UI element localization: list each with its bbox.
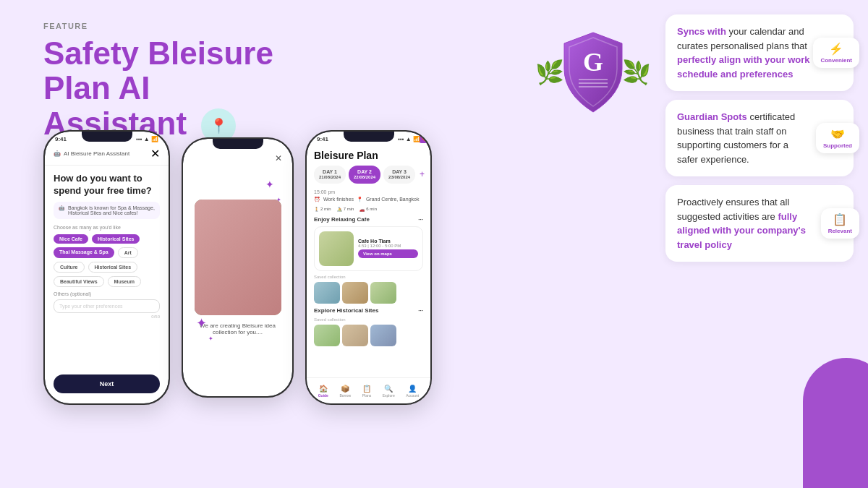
bike-time: 7 min [344,207,354,211]
day-2-btn[interactable]: DAY 2 22/08/2024 [349,166,380,184]
saved-img-3 [370,282,396,304]
phone-1-next-button[interactable]: Next [54,374,160,393]
nav-borrow-icon: 📦 [341,385,349,393]
hist-img-2 [342,325,368,346]
info-card-2-text: Guardian Spots certificated business tha… [677,110,810,166]
cafe-card: 🔖 Cafe Ho Tiam 4.53 | 12:00 - 5:00 PM Vi… [314,226,423,271]
phone-1-question: How do you want to spend your free time? [54,173,160,197]
convenient-label: Convenient [820,57,852,64]
guardian-highlight: Guardian Spots [677,111,747,122]
phone-1-text-input[interactable]: Type your other preferences [54,299,160,313]
purple-blob-decoration [803,358,868,488]
cafe-name: Cafe Ho Tiam [358,239,418,244]
phone-1: 9:41 ▪▪▪ ▲ 📶 🤖 AI Bleisure Plan Assistan… [43,130,170,405]
phone-1-content: How do you want to spend your free time?… [45,166,169,326]
info-card-2: Guardian Spots certificated business tha… [665,100,854,176]
tag-historical2[interactable]: Historical Sites [88,262,138,273]
relevant-badge: 📋 Relevant [821,208,859,239]
info-card-1: Syncs with your calendar and curates per… [665,14,854,91]
section1-more-icon[interactable]: ··· [418,216,423,223]
convenient-badge: ⚡ Convenient [813,38,859,68]
cafe-info: Cafe Ho Tiam 4.53 | 12:00 - 5:00 PM View… [358,239,418,258]
tag-nice-cafe[interactable]: Nice Cafe [54,234,88,244]
phone-1-header: 🤖 AI Bleisure Plan Assistant ✕ [45,144,169,166]
tag-museum[interactable]: Museum [108,276,141,287]
phone-3-time-label: 15:00 pm [314,189,423,194]
walk-icon: 🚶 [314,207,319,212]
nav-borrow[interactable]: 📦 Borrow [339,385,351,398]
view-map-button[interactable]: View on maps [358,249,418,258]
align-highlight: perfectly align with your work schedule … [677,54,809,80]
transport-bike: 🚴 7 min [337,207,354,212]
cafe-rating: 4.53 | 12:00 - 5:00 PM [358,244,418,248]
nav-plans-icon: 📋 [362,385,371,393]
hist-img-1 [314,325,340,346]
nav-account-icon: 👤 [408,385,417,393]
main-title: Safety Bleisure Plan AI Assistant 📍 [43,36,275,143]
tag-thai-massage[interactable]: Thai Massage & Spa [54,247,114,258]
phone-3-screen: 9:41 ▪▪▪ ▲ 📶 Bleisure Plan DAY 1 21/08/2… [307,132,430,403]
day-2-date: 22/08/2024 [354,175,375,181]
shield-area: 🌿 G 🌿 [535,14,651,130]
info-card-3: Proactively ensures that all suggested a… [665,185,854,262]
saved-collection-label: Saved collection [314,275,423,279]
bike-icon: 🚴 [337,207,342,212]
phone-1-choose-label: Choose as many as you'd like [54,225,160,230]
phone-1-header-title: 🤖 AI Bleisure Plan Assistant [54,150,129,157]
info-card-3-text: Proactively ensures that all suggested a… [677,195,810,252]
nav-account-label: Account [406,393,419,398]
info-icon: 🤖 [59,205,65,211]
phone-3-content: Bleisure Plan DAY 1 21/08/2024 DAY 2 22/… [307,144,430,394]
phone-1-counter: 0/50 [54,314,160,319]
phone-1-screen: 9:41 ▪▪▪ ▲ 📶 🤖 AI Bleisure Plan Assistan… [45,132,169,403]
nav-explore[interactable]: 🔍 Explore [383,385,395,398]
tag-art[interactable]: Art [118,247,138,258]
nav-explore-label: Explore [383,393,395,398]
transport-walk: 🚶 2 min [314,207,331,212]
phone-2-notch [213,139,263,149]
phone-3-transport: 🚶 2 min 🚴 7 min 🚗 6 min [314,207,423,212]
nav-guide[interactable]: 🏠 Guide [318,385,328,398]
phone-2-images [195,200,281,315]
phone-1-icons: ▪▪▪ ▲ 📶 [136,136,158,142]
phone-2-close[interactable]: ✕ [275,153,282,163]
nav-plans-label: Plans [362,393,372,398]
nav-guide-label: Guide [318,393,328,398]
supported-label: Supported [823,142,852,149]
cafe-image: 🔖 [319,231,354,266]
phone-1-others-label: Others (optional) [54,291,160,296]
day-3-date: 23/08/2024 [388,175,410,181]
day-1-btn[interactable]: DAY 1 21/08/2024 [314,166,346,184]
sparkle-1: ✦ [265,179,274,190]
phone-3-work: ⏰ Work finishes 📍 Grand Centre, Bangkok [314,197,423,202]
card3-text1: Proactively ensures that all suggested a… [677,197,789,222]
section2-more-icon[interactable]: ··· [418,307,423,314]
tag-historical-sites[interactable]: Historical Sites [92,234,140,244]
nav-guide-icon: 🏠 [319,385,328,393]
car-icon: 🚗 [359,207,365,212]
car-time: 6 min [366,207,377,211]
day-1-date: 21/08/2024 [319,175,341,181]
day-3-btn[interactable]: DAY 3 23/08/2024 [383,166,415,184]
phone-1-notch [82,132,132,142]
relevant-badge-icon: 📋 [833,213,847,226]
phone-3: 9:41 ▪▪▪ ▲ 📶 Bleisure Plan DAY 1 21/08/2… [305,130,432,405]
tag-beautiful-views[interactable]: Beautiful Views [54,276,104,287]
convenient-badge-icon: ⚡ [829,42,843,56]
phone-1-close[interactable]: ✕ [150,147,160,160]
phone-3-section2-title: Explore Historical Sites ··· [314,307,423,314]
phone-2: ✕ ✦ ✦ ✦ ✦ We are creating Bleisure idea … [182,137,294,398]
phone-3-icons: ▪▪▪ ▲ 📶 [398,136,420,142]
nav-plans[interactable]: 📋 Plans [362,385,372,398]
phone-3-time: 9:41 [317,136,328,142]
supported-badge-icon: 🤝 [830,127,845,141]
tag-culture[interactable]: Culture [54,262,85,273]
add-day-icon[interactable]: + [420,169,425,179]
phone-1-time: 9:41 [55,136,67,142]
sparkle-3: ✦ [196,315,207,331]
location-pin-icon: 📍 [357,197,363,202]
nav-account[interactable]: 👤 Account [406,385,419,398]
phone-3-title: Bleisure Plan [314,150,423,161]
saved-images-2 [314,325,423,346]
right-info-section: Syncs with your calendar and curates per… [665,14,854,262]
